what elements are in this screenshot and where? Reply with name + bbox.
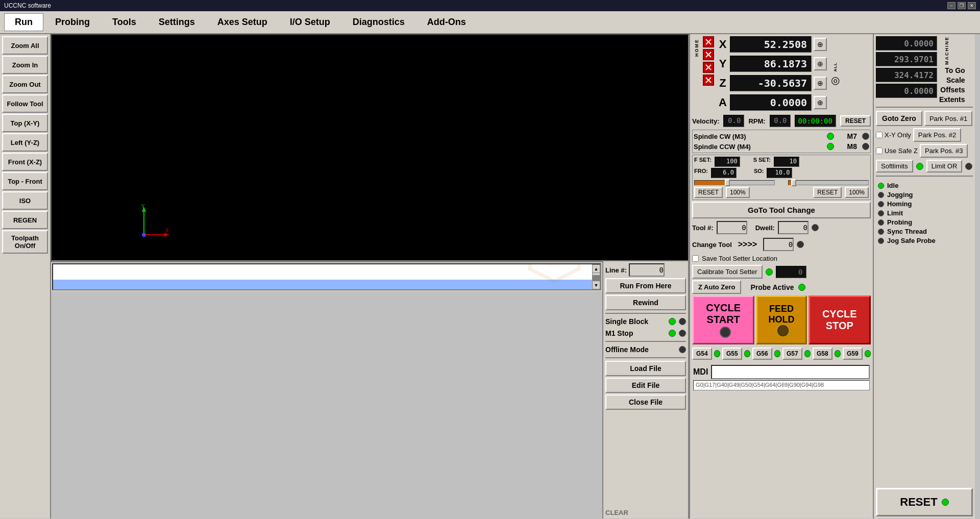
g57-button[interactable]: G57: [782, 348, 802, 360]
menu-probing[interactable]: Probing: [44, 13, 101, 31]
logo-watermark: [524, 263, 585, 284]
cycle-stop-button[interactable]: CYCLESTOP: [808, 295, 871, 344]
park-pos2-button[interactable]: Park Pos. #2: [913, 128, 961, 142]
y-jog-button[interactable]: ⊕: [814, 57, 827, 70]
fro-100-button[interactable]: 100%: [726, 187, 750, 198]
cycle-start-button[interactable]: CYCLESTART: [692, 295, 754, 344]
machine-right-labels: MACHINE To Go Scale Offsets Extents: [939, 36, 965, 104]
top-front-button[interactable]: Top - Front: [2, 172, 48, 190]
scroll-up-button[interactable]: ▲: [593, 265, 600, 273]
probing-label: Probing: [887, 218, 912, 226]
limit-or-button[interactable]: Limit OR: [926, 160, 963, 172]
cycle-start-led: [720, 327, 731, 338]
viewport: Y X: [51, 34, 689, 261]
front-xz-button[interactable]: Front (X-Z): [2, 153, 48, 171]
fro-slider[interactable]: [694, 180, 775, 185]
status-panel: 0.0000 293.9701 324.4172 0.0000 MACHINE …: [873, 34, 975, 518]
dwell-input[interactable]: [778, 221, 808, 234]
use-safe-z-checkbox[interactable]: [876, 147, 883, 154]
softlimits-button[interactable]: Softlimits: [876, 160, 913, 172]
xy-only-checkbox[interactable]: [876, 132, 883, 138]
svg-text:Y: Y: [141, 204, 145, 209]
z-auto-zero-button[interactable]: Z Auto Zero: [692, 280, 741, 294]
so-slider[interactable]: [788, 180, 869, 185]
tool-number-input[interactable]: [717, 221, 747, 234]
zoom-in-button[interactable]: Zoom In: [2, 56, 48, 74]
mdi-label: MDI: [693, 367, 708, 377]
tool-number-label: Tool #:: [692, 224, 714, 232]
home-z-button[interactable]: [703, 62, 714, 73]
so-reset-button[interactable]: RESET: [813, 187, 842, 198]
g59-button[interactable]: G59: [843, 348, 863, 360]
restore-button[interactable]: ❐: [958, 2, 966, 9]
park-pos1-button[interactable]: Park Pos. #1: [924, 111, 972, 126]
jog-safe-probe-label: Jog Safe Probe: [887, 237, 936, 244]
menu-addons[interactable]: Add-Ons: [416, 13, 477, 31]
code-scroll-area[interactable]: ▲ ▼: [52, 263, 601, 290]
x-jog-button[interactable]: ⊕: [814, 38, 827, 51]
so-100-button[interactable]: 100%: [845, 187, 869, 198]
offline-mode-label: Offline Mode: [605, 345, 676, 354]
g54-button[interactable]: G54: [692, 348, 712, 360]
offline-mode-row: Offline Mode: [605, 344, 686, 355]
load-file-button[interactable]: Load File: [605, 361, 686, 376]
z-jog-button[interactable]: ⊕: [814, 77, 827, 90]
mdi-input-field[interactable]: [711, 365, 870, 379]
status-sync-thread: Sync Thread: [878, 228, 971, 235]
reset-button[interactable]: RESET: [876, 488, 973, 516]
calibrate-tool-button[interactable]: Calibrate Tool Setter: [692, 265, 763, 279]
regen-button[interactable]: REGEN: [2, 211, 48, 229]
iso-button[interactable]: ISO: [2, 191, 48, 210]
rewind-button[interactable]: Rewind: [605, 295, 686, 310]
m1-stop-led-on: [669, 330, 676, 337]
code-highlight: [53, 280, 600, 290]
timer-reset-button[interactable]: RESET: [840, 115, 871, 127]
so-slider-thumb[interactable]: [791, 179, 796, 186]
home-x-button[interactable]: [703, 36, 714, 47]
menu-io-setup[interactable]: I/O Setup: [279, 13, 341, 31]
goto-tool-change-button[interactable]: GoTo Tool Change: [692, 202, 871, 218]
menu-axes-setup[interactable]: Axes Setup: [207, 13, 278, 31]
close-file-button[interactable]: Close File: [605, 394, 686, 410]
home-y-button[interactable]: [703, 49, 714, 60]
g58-button[interactable]: G58: [813, 348, 832, 360]
feed-hold-button[interactable]: FEEDHOLD: [756, 295, 806, 344]
home-a-button[interactable]: [703, 75, 714, 86]
goto-zero-button[interactable]: Goto Zero: [876, 111, 922, 126]
menu-run[interactable]: Run: [4, 13, 43, 31]
top-xy-button[interactable]: Top (X-Y): [2, 114, 48, 132]
code-scrollbar[interactable]: ▲ ▼: [592, 264, 600, 289]
change-tool-input[interactable]: [763, 238, 794, 251]
edit-file-button[interactable]: Edit File: [605, 378, 686, 393]
zauto-row: Z Auto Zero Probe Active: [692, 280, 871, 294]
m8-label: M8: [847, 142, 857, 151]
axis-z-row: Z -30.5637 ⊕: [718, 75, 827, 91]
menu-tools[interactable]: Tools: [102, 13, 147, 31]
minimize-button[interactable]: −: [947, 2, 955, 9]
spindle-ccw-label: Spindle CCW (M4): [694, 143, 824, 151]
g56-button[interactable]: G56: [752, 348, 772, 360]
home-all-circle-button[interactable]: ◎: [831, 74, 840, 86]
fro-slider-thumb[interactable]: [725, 179, 730, 186]
run-from-here-button[interactable]: Run From Here: [605, 278, 686, 293]
zoom-all-button[interactable]: Zoom All: [2, 36, 48, 55]
save-tool-setter-checkbox[interactable]: [692, 255, 699, 262]
home-col: HOME: [692, 36, 701, 112]
gcode-buttons-row: G54 G55 G56 G57 G58 G59: [692, 346, 871, 361]
xy-only-row: X-Y Only Park Pos. #2: [876, 128, 973, 142]
toolpath-button[interactable]: Toolpath On/Off: [2, 230, 48, 254]
close-button[interactable]: ✕: [968, 2, 976, 9]
g55-button[interactable]: G55: [722, 348, 742, 360]
menu-diagnostics[interactable]: Diagnostics: [342, 13, 415, 31]
line-number-input[interactable]: [629, 263, 665, 277]
zoom-out-button[interactable]: Zoom Out: [2, 75, 48, 93]
park-pos3-button[interactable]: Park Pos. #3: [920, 144, 968, 158]
fro-reset-button[interactable]: RESET: [694, 187, 723, 198]
follow-tool-button[interactable]: Follow Tool: [2, 94, 48, 113]
menu-settings[interactable]: Settings: [148, 13, 206, 31]
scroll-down-button[interactable]: ▼: [593, 281, 600, 289]
left-yz-button[interactable]: Left (Y-Z): [2, 133, 48, 152]
probing-led: [878, 219, 884, 226]
machine-y-display: 293.9701: [876, 52, 937, 66]
a-jog-button[interactable]: ⊕: [814, 96, 827, 109]
